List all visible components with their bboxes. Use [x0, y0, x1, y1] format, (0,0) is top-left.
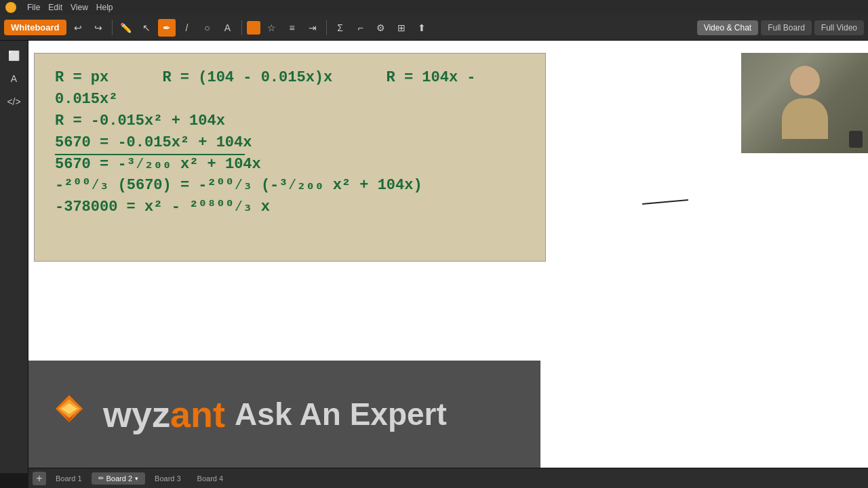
indent-tool[interactable]: ⇥ — [304, 19, 321, 37]
menu-bar: File Edit View Help — [27, 3, 113, 12]
text-tool[interactable]: A — [219, 19, 237, 37]
grid-tool[interactable]: ⊞ — [393, 19, 410, 37]
drawn-line — [642, 199, 688, 205]
letter-w: w — [103, 394, 132, 434]
board-tab-3-label: Board 3 — [155, 474, 181, 483]
board-tab-1[interactable]: Board 1 — [49, 472, 89, 485]
menu-help[interactable]: Help — [96, 3, 113, 12]
video-chat-window[interactable] — [741, 53, 868, 153]
title-bar: File Edit View Help — [0, 0, 868, 15]
list-tool[interactable]: ≡ — [283, 19, 301, 37]
settings-tool[interactable]: ⚙ — [372, 19, 390, 37]
person-video — [778, 66, 832, 140]
menu-view[interactable]: View — [71, 3, 88, 12]
upload-tool[interactable]: ⬆ — [413, 19, 431, 37]
letter-z: z — [152, 394, 170, 434]
letter-y: y — [132, 394, 152, 434]
wyzant-text: wyzant Ask An Expert — [103, 396, 447, 432]
undo-button[interactable]: ↩ — [69, 19, 87, 37]
whiteboard-canvas[interactable]: R = px R = (104 - 0.015x)x R = 104x - 0.… — [28, 41, 868, 468]
person-head — [790, 66, 820, 96]
math-lines: R = px R = (104 - 0.015x)x R = 104x - 0.… — [35, 54, 545, 261]
sidebar-icon-board[interactable]: ⬜ — [5, 46, 24, 65]
app-icon — [5, 2, 16, 13]
sidebar-icon-text[interactable]: A — [5, 69, 24, 88]
shape-tool[interactable]: ○ — [199, 19, 216, 37]
graph-tool[interactable]: ⌐ — [352, 19, 370, 37]
main-area: R = px R = (104 - 0.015x)x R = 104x - 0.… — [28, 41, 868, 468]
board-tab-4[interactable]: Board 4 — [191, 472, 231, 485]
person-body — [782, 98, 828, 139]
mini-video-person — [849, 131, 863, 148]
color-picker[interactable] — [247, 21, 260, 35]
math-line-4: 5670 = -³⁄₂₀₀ x² + 104x — [55, 154, 525, 176]
wyzant-logo — [49, 394, 90, 434]
math-line-2: R = -0.015x² + 104x — [55, 110, 525, 132]
board-tab-4-label: Board 4 — [197, 474, 224, 483]
separator-2 — [241, 20, 242, 35]
sigma-tool[interactable]: Σ — [332, 19, 349, 37]
whiteboard-button[interactable]: Whiteboard — [4, 20, 66, 35]
letter-n: n — [191, 394, 213, 434]
math-line-3: 5670 = -0.015x² + 104x — [55, 132, 525, 154]
brush-tool[interactable]: ✏️ — [117, 19, 135, 37]
wyzant-tagline: Ask An Expert — [235, 399, 447, 430]
wyzant-name: wyzant — [103, 396, 225, 432]
menu-file[interactable]: File — [27, 3, 40, 12]
select-tool[interactable]: ↖ — [138, 19, 155, 37]
letter-a: a — [170, 394, 191, 434]
toolbar-right: Video & Chat Full Board Full Video — [697, 20, 864, 35]
math-line-5: -²⁰⁰⁄₃ (5670) = -²⁰⁰⁄₃ (-³⁄₂₀₀ x² + 104x… — [55, 175, 525, 197]
left-sidebar: ⬜ A </> — [0, 41, 28, 473]
line-tool[interactable]: / — [178, 19, 196, 37]
full-board-button[interactable]: Full Board — [761, 20, 812, 35]
redo-button[interactable]: ↪ — [90, 19, 107, 37]
video-feed — [741, 53, 868, 153]
video-chat-button[interactable]: Video & Chat — [697, 20, 759, 35]
highlighter-tool[interactable]: ☆ — [263, 19, 281, 37]
math-line-6: -378000 = x² - ²⁰⁸⁰⁰⁄₃ x — [55, 197, 525, 218]
separator-3 — [326, 20, 327, 35]
math-line-1: R = px R = (104 - 0.015x)x R = 104x - 0.… — [55, 67, 525, 110]
wyzant-banner: wyzant Ask An Expert — [28, 361, 540, 468]
sidebar-icon-code[interactable]: </> — [5, 92, 24, 111]
menu-edit[interactable]: Edit — [48, 3, 62, 12]
board-tab-2[interactable]: ✏ Board 2 ▾ — [92, 472, 146, 485]
pencil-icon: ✏ — [98, 474, 104, 482]
board-tab-2-dropdown[interactable]: ▾ — [135, 475, 138, 482]
math-image: R = px R = (104 - 0.015x)x R = 104x - 0.… — [34, 53, 546, 262]
toolbar: Whiteboard ↩ ↪ ✏️ ↖ ✒ / ○ A ☆ ≡ ⇥ Σ ⌐ ⚙ … — [0, 15, 868, 41]
bottom-tabs: + Board 1 ✏ Board 2 ▾ Board 3 Board 4 — [28, 468, 868, 488]
full-video-button[interactable]: Full Video — [814, 20, 864, 35]
add-board-button[interactable]: + — [33, 472, 46, 485]
letter-t: t — [213, 394, 225, 434]
board-tab-3[interactable]: Board 3 — [148, 472, 188, 485]
pen-tool[interactable]: ✒ — [158, 19, 176, 37]
board-tab-2-label: Board 2 — [106, 474, 133, 483]
separator-1 — [112, 20, 113, 35]
board-tab-1-label: Board 1 — [56, 474, 82, 483]
